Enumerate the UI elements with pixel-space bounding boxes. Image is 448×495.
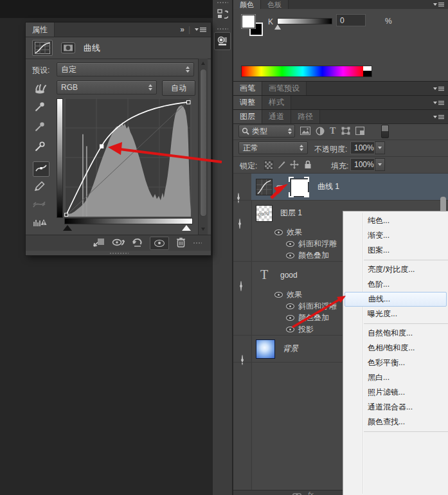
layer-name[interactable]: 曲线 1 [318, 181, 339, 192]
effect-visibility-eye-icon[interactable] [286, 241, 294, 247]
lock-all-icon[interactable] [304, 160, 312, 171]
filter-toggle-switch[interactable] [381, 125, 389, 138]
layer1-thumbnail[interactable]: good [256, 205, 273, 222]
layer-visibility-eye-icon[interactable] [240, 281, 242, 291]
menu-item-solid-color[interactable]: 纯色... [343, 213, 448, 228]
menu-item-exposure[interactable]: 曝光度... [343, 307, 448, 321]
menu-item-vibrance[interactable]: 自然饱和度... [343, 326, 448, 341]
menu-item-levels[interactable]: 色阶... [343, 277, 448, 292]
tab-swatches[interactable]: 色板 [261, 0, 289, 9]
layer-mask-thumbnail[interactable] [289, 177, 309, 197]
tool-presets-panel-icon[interactable] [214, 32, 231, 50]
white-point-eyedropper-icon[interactable] [31, 138, 52, 158]
layer-row-curves[interactable]: 曲线 1 [251, 174, 448, 200]
smooth-curve-tool-icon[interactable] [31, 197, 52, 213]
menu-item-pattern[interactable]: 图案... [343, 243, 448, 258]
tab-paths[interactable]: 路径 [291, 110, 320, 123]
k-slider-thumb[interactable] [274, 24, 281, 30]
menu-item-brightness-contrast[interactable]: 亮度/对比度... [343, 262, 448, 277]
draw-curve-pencil-icon[interactable] [31, 177, 52, 197]
filter-type-layers-icon[interactable]: T [330, 126, 336, 136]
tab-brush-presets[interactable]: 画笔预设 [262, 82, 307, 95]
filter-adjustment-layers-icon[interactable] [316, 127, 325, 138]
fill-field[interactable]: 100% [350, 158, 375, 171]
curve-point-shadow[interactable] [65, 213, 68, 217]
color-panel-menu-icon[interactable] [433, 0, 448, 9]
layer-name[interactable]: 背景 [283, 343, 298, 354]
tab-properties[interactable]: 属性 [26, 22, 55, 37]
effect-visibility-eye-icon[interactable] [274, 292, 283, 298]
color-spectrum-ramp[interactable] [241, 66, 364, 77]
black-point-slider[interactable] [63, 225, 72, 231]
menu-item-gradient[interactable]: 渐变... [343, 228, 448, 243]
panel-resize-grip[interactable] [109, 252, 129, 255]
filter-smart-objects-icon[interactable] [355, 127, 364, 137]
curves-layer-thumbnail[interactable] [256, 179, 273, 195]
collapse-to-icons-icon[interactable]: » [180, 25, 184, 34]
effect-visibility-eye-icon[interactable] [286, 253, 294, 258]
effect-visibility-eye-icon[interactable] [286, 315, 294, 321]
menu-item-color-lookup[interactable]: 颜色查找... [343, 415, 448, 429]
visibility-toggle-icon[interactable] [150, 237, 169, 250]
curve-point-highlight[interactable] [187, 100, 190, 104]
layer-style-fx-icon[interactable]: fx [308, 491, 314, 495]
opacity-field[interactable]: 100% [350, 141, 375, 154]
background-layer-thumbnail[interactable] [256, 339, 275, 359]
dock-grip[interactable] [217, 28, 228, 30]
layer-mask-properties-icon[interactable] [58, 40, 78, 56]
effect-visibility-eye-icon[interactable] [286, 327, 294, 332]
menu-item-color-balance[interactable]: 色彩平衡... [343, 356, 448, 370]
properties-scrollbar[interactable] [198, 59, 208, 235]
lock-position-icon[interactable] [290, 160, 299, 171]
fill-dropdown-icon[interactable] [375, 158, 385, 171]
white-point-slider[interactable] [182, 225, 191, 231]
channel-select[interactable]: RGB [57, 80, 157, 94]
delete-adjustment-icon[interactable] [176, 237, 186, 249]
auto-button[interactable]: 自动 [162, 80, 195, 96]
layer-name[interactable]: good [280, 271, 298, 280]
spectrum-black-swatch[interactable] [363, 71, 372, 77]
scrollbar-thumb[interactable] [200, 69, 207, 217]
tab-adjustments[interactable]: 调整 [233, 96, 262, 109]
adjustments-panel-menu-icon[interactable] [433, 96, 448, 109]
tab-styles[interactable]: 样式 [262, 96, 291, 109]
text-layer-thumbnail[interactable]: T [256, 267, 273, 284]
effect-visibility-eye-icon[interactable] [274, 230, 283, 235]
menu-item-curves[interactable]: 曲线... [345, 292, 447, 307]
brush-panel-menu-icon[interactable] [433, 82, 448, 95]
targeted-adjustment-tool-icon[interactable] [31, 80, 52, 98]
history-panel-icon[interactable] [215, 6, 230, 22]
menu-item-photo-filter[interactable]: 照片滤镜... [343, 385, 448, 400]
tab-layers[interactable]: 图层 [233, 110, 262, 123]
lock-transparency-icon[interactable] [264, 161, 273, 170]
menu-item-hue-saturation[interactable]: 色相/饱和度... [343, 341, 448, 356]
gray-point-eyedropper-icon[interactable] [31, 118, 52, 138]
lock-pixels-icon[interactable] [277, 160, 286, 171]
blend-mode-select[interactable]: 正常 [238, 141, 308, 154]
clip-to-layer-icon[interactable] [93, 237, 105, 249]
filter-kind-select[interactable]: 类型 [238, 125, 295, 138]
layers-panel-menu-icon[interactable] [433, 110, 448, 123]
tab-color[interactable]: 颜色 [233, 0, 261, 9]
curves-grid[interactable] [64, 98, 192, 217]
layer-name[interactable]: 图层 1 [280, 208, 302, 219]
link-layers-icon[interactable] [292, 492, 301, 495]
opacity-dropdown-icon[interactable] [375, 141, 385, 154]
layer-visibility-eye-icon[interactable] [242, 355, 243, 365]
tab-channels[interactable]: 通道 [262, 110, 291, 123]
k-value-field[interactable]: 0 [336, 14, 366, 26]
menu-item-channel-mixer[interactable]: 通道混合器... [343, 400, 448, 415]
histogram-warning-icon[interactable] [31, 213, 52, 232]
mask-link-icon[interactable] [276, 184, 284, 190]
scroll-up-icon[interactable] [201, 62, 205, 65]
panel-menu-icon[interactable] [195, 27, 206, 32]
reset-icon[interactable] [132, 237, 143, 249]
foreground-color-swatch[interactable] [241, 14, 256, 29]
layer-visibility-eye-icon[interactable] [238, 193, 239, 203]
effect-visibility-eye-icon[interactable] [286, 303, 294, 309]
menu-item-black-white[interactable]: 黑白... [343, 370, 448, 385]
layer-visibility-eye-icon[interactable] [239, 219, 240, 229]
scroll-down-icon[interactable] [201, 228, 205, 231]
edit-curve-points-tool-icon[interactable] [33, 161, 49, 177]
filter-pixel-layers-icon[interactable] [300, 127, 310, 137]
